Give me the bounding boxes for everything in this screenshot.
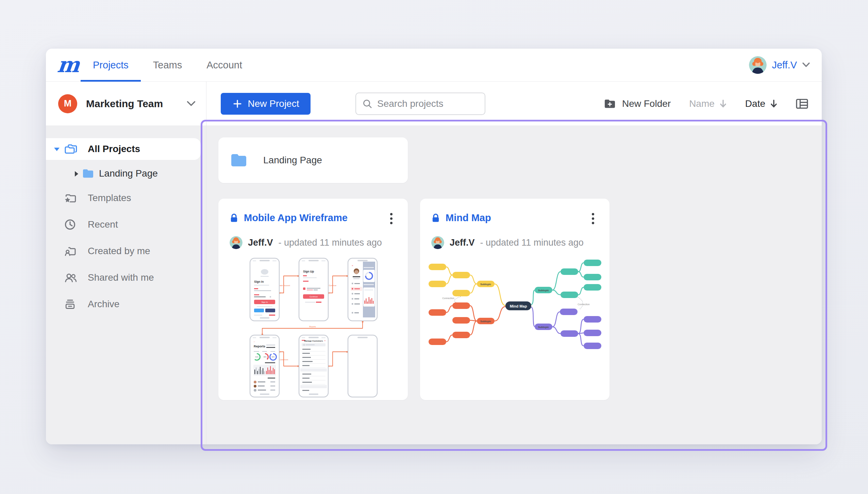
sidebar-item-label: Shared with me — [88, 272, 154, 283]
svg-text:Subtopic: Subtopic — [480, 283, 491, 286]
search-box — [355, 93, 485, 115]
user-name: Jeff.V — [772, 60, 797, 71]
svg-text:Customers: Customers — [279, 359, 288, 361]
nav-tabs: Projects Teams Account — [81, 49, 254, 81]
search-input[interactable] — [377, 98, 479, 109]
user-menu[interactable]: Jeff.V — [749, 56, 810, 74]
project-thumbnail-mindmap: Connection Connection — [420, 255, 610, 357]
card-byline: Jeff.V - updated 11 minutes ago — [230, 236, 382, 249]
svg-text:Subtopic: Subtopic — [538, 326, 549, 329]
svg-text:Continue: Continue — [309, 296, 318, 298]
lock-icon — [230, 213, 238, 223]
tab-label: Teams — [153, 60, 182, 71]
svg-text:Sign Up: Sign Up — [303, 270, 314, 273]
new-project-label: New Project — [248, 98, 299, 109]
svg-text:38%: 38% — [263, 356, 266, 358]
team-switcher[interactable]: M Marketing Team — [46, 82, 206, 126]
svg-text:90%: 90% — [271, 356, 274, 358]
new-folder-label: New Folder — [622, 98, 671, 109]
svg-text:Subtopic: Subtopic — [480, 320, 491, 323]
sort-date-label: Date — [745, 98, 765, 109]
app-window: m Projects Teams Account Jeff.V M Market… — [46, 49, 822, 444]
chevron-down-icon — [802, 62, 810, 68]
new-project-button[interactable]: New Project — [221, 93, 311, 115]
folder-icon — [230, 153, 248, 168]
sidebar-item-created-by-me[interactable]: Created by me — [46, 240, 206, 262]
tab-teams[interactable]: Teams — [141, 49, 194, 81]
user-avatar — [749, 56, 767, 74]
card-menu-button[interactable] — [384, 210, 398, 227]
svg-text:Connection: Connection — [442, 297, 454, 299]
svg-text:←: ← — [253, 340, 256, 343]
updated-text: - updated 11 minutes ago — [279, 237, 382, 248]
page-background: { "nav": { "logo_letter": "m", "tabs": [… — [0, 0, 868, 494]
sidebar-item-recent[interactable]: Recent — [46, 214, 206, 235]
sidebar-item-all-projects[interactable]: All Projects — [46, 138, 201, 160]
project-thumbnail-wireframe: Create Account Continue Reports Customer… — [218, 255, 408, 399]
sidebar-item-label: Archive — [88, 299, 119, 310]
folder-card-title: Landing Page — [263, 155, 322, 166]
card-menu-button[interactable] — [586, 210, 600, 227]
sort-by-date-button[interactable]: Date — [745, 98, 778, 109]
tab-projects[interactable]: Projects — [81, 49, 141, 81]
updated-text: - updated 11 minutes ago — [480, 237, 584, 248]
svg-text:+: + — [324, 339, 326, 342]
owner-avatar — [230, 236, 243, 249]
svg-text:Sign In: Sign In — [261, 301, 268, 303]
main-column: New Project New Folder Name — [206, 82, 822, 444]
cards-row: Mobile App Wireframe Jeff.V - updated 11… — [218, 199, 822, 400]
lock-icon — [431, 213, 440, 223]
svg-text:Mind Map: Mind Map — [510, 304, 527, 308]
projects-area: Landing Page Mobile App Wireframe Jeff.V — [206, 126, 822, 444]
svg-text:Continue: Continue — [329, 284, 336, 286]
sidebar-item-landing-page[interactable]: Landing Page — [46, 163, 206, 184]
card-header: Mobile App Wireframe — [230, 212, 348, 224]
card-byline: Jeff.V - updated 11 minutes ago — [431, 236, 584, 249]
arrow-down-icon — [770, 99, 778, 109]
svg-text:Reports: Reports — [254, 345, 265, 348]
person-folder-icon — [64, 246, 77, 257]
svg-text:Reports: Reports — [309, 326, 316, 328]
sidebar-item-templates[interactable]: Templates — [46, 187, 206, 209]
search-icon — [362, 99, 372, 109]
project-card-mind-map[interactable]: Mind Map Jeff.V - updated 11 minutes ago — [420, 199, 610, 400]
plus-icon — [232, 99, 243, 109]
archive-icon — [64, 299, 76, 310]
sidebar-item-label: All Projects — [88, 144, 140, 154]
sort-name-label: Name — [689, 98, 715, 109]
caret-right-icon — [75, 171, 78, 177]
svg-text:×: × — [352, 264, 353, 267]
sidebar-item-shared-with-me[interactable]: Shared with me — [46, 267, 206, 289]
clock-icon — [64, 219, 76, 230]
tab-label: Account — [206, 60, 242, 71]
svg-text:Subtopic: Subtopic — [538, 289, 549, 292]
miro-logo[interactable]: m — [56, 54, 75, 76]
caret-down-icon — [54, 148, 60, 151]
team-name: Marketing Team — [86, 98, 163, 110]
project-card-mobile-app-wireframe[interactable]: Mobile App Wireframe Jeff.V - updated 11… — [218, 199, 408, 400]
templates-icon — [64, 193, 77, 203]
tab-account[interactable]: Account — [194, 49, 254, 81]
chevron-down-icon — [186, 101, 196, 107]
svg-text:Connection: Connection — [578, 303, 590, 306]
list-view-toggle[interactable] — [796, 98, 808, 109]
sidebar-item-archive[interactable]: Archive — [46, 293, 206, 315]
svg-text:Sign In: Sign In — [254, 280, 264, 283]
new-folder-button[interactable]: New Folder — [604, 98, 671, 109]
svg-text:Manage Customers: Manage Customers — [304, 340, 323, 342]
new-folder-icon — [604, 99, 616, 109]
people-icon — [64, 272, 77, 283]
folder-card-landing-page[interactable]: Landing Page — [218, 137, 408, 183]
project-title-link[interactable]: Mind Map — [446, 212, 491, 224]
project-title-link[interactable]: Mobile App Wireframe — [244, 212, 348, 224]
sidebar-item-label: Landing Page — [99, 168, 158, 179]
sidebar-item-label: Templates — [88, 193, 131, 203]
card-header: Mind Map — [431, 212, 491, 224]
tab-label: Projects — [93, 60, 129, 71]
top-navbar: m Projects Teams Account Jeff.V — [46, 49, 822, 82]
sort-by-name-button[interactable]: Name — [689, 98, 727, 109]
sidebar-item-label: Recent — [88, 219, 118, 230]
sidebar-nav: All Projects Landing Page Templates — [46, 126, 206, 320]
arrow-down-icon — [719, 99, 727, 109]
team-badge: M — [58, 94, 77, 113]
